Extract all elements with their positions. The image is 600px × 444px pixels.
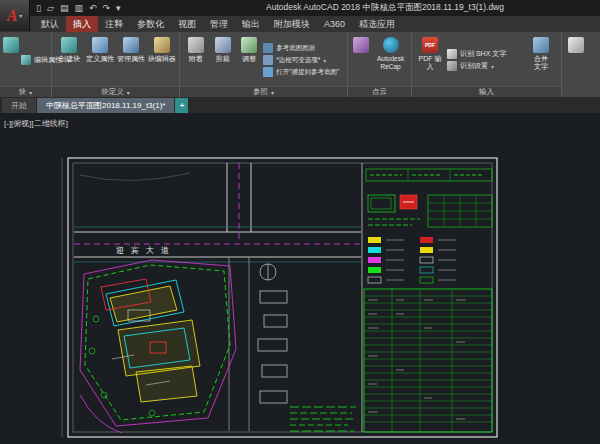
open-file-icon[interactable]: ▱: [47, 4, 54, 13]
building-cluster[interactable]: [89, 279, 200, 416]
block-editor-icon: [154, 37, 170, 53]
autocad-logo: A: [7, 7, 18, 25]
create-block-label: 创建块: [59, 55, 80, 63]
snap-to-underlay-icon: [263, 67, 273, 77]
ribbon-tab-addins[interactable]: 附加模块: [267, 16, 317, 32]
ribbon-tab-parametric[interactable]: 参数化: [130, 16, 171, 32]
existing-buildings[interactable]: [258, 264, 287, 403]
frames-label: *边框可变选项*: [276, 56, 320, 65]
file-tab-start[interactable]: 开始: [2, 98, 36, 113]
panel-block-definition: 创建块 定义属性 管理属性 块编辑器 块定义 ▾: [52, 32, 180, 97]
ribbon-tab-manage[interactable]: 管理: [203, 16, 235, 32]
pdf-import-button[interactable]: PDF PDF 输入: [415, 34, 445, 86]
frames-dropdown[interactable]: *边框可变选项* ▾: [263, 55, 344, 65]
title-bar: A ▾ ▯ ▱ ▤ ▥ ↶ ↷ ▾ Autodesk AutoCAD 2018 …: [0, 0, 600, 16]
ribbon-tab-bar: 默认 插入 注释 参数化 视图 管理 输出 附加模块 A360 精选应用: [0, 16, 600, 32]
snap-to-underlay-button[interactable]: 打开"捕捉到参考底图": [263, 67, 344, 77]
new-file-icon[interactable]: ▯: [36, 4, 41, 13]
combine-text-button[interactable]: 合并文字: [529, 34, 553, 86]
clip-button[interactable]: 剪裁: [210, 34, 234, 86]
chevron-down-icon: ▾: [323, 57, 326, 64]
schedule-table[interactable]: [364, 289, 492, 432]
panel-point-cloud-title: 点云: [372, 87, 387, 97]
pdf-icon: PDF: [422, 37, 438, 53]
adjust-label: 调整: [242, 55, 256, 63]
panel-label-block-definition[interactable]: 块定义 ▾: [52, 86, 179, 97]
panel-label-import[interactable]: 输入: [412, 86, 561, 97]
window-title: Autodesk AutoCAD 2018 中陕核总平面图2018.11.19_…: [170, 2, 600, 14]
application-menu-button[interactable]: A ▾: [0, 0, 30, 31]
combine-text-label: 合并文字: [533, 55, 549, 72]
ribbon-tab-featured-apps[interactable]: 精选应用: [352, 16, 402, 32]
recognition-settings-button[interactable]: 识别设置 ▾: [447, 61, 527, 71]
panel-label-block[interactable]: 块 ▾: [0, 86, 51, 97]
create-block-button[interactable]: 创建块: [55, 34, 84, 86]
boundary-curve[interactable]: [80, 395, 122, 433]
qat-menu-icon[interactable]: ▾: [116, 4, 121, 13]
road-label: 迎宾大道: [116, 246, 176, 255]
save-icon[interactable]: ▤: [60, 4, 69, 13]
underlay-layers-icon: [263, 43, 273, 53]
file-tab-bar: 开始 中陕核总平面图2018.11.19_t3(1)* +: [0, 97, 600, 113]
frames-icon: [263, 55, 273, 65]
legend[interactable]: [368, 237, 456, 283]
define-attributes-icon: [92, 37, 108, 53]
new-drawing-tab-button[interactable]: +: [175, 98, 188, 113]
ribbon-tab-insert[interactable]: 插入: [66, 16, 98, 32]
panel-expand-icon: ▾: [29, 89, 32, 96]
undo-icon[interactable]: ↶: [89, 4, 97, 13]
recognize-shx-text-button[interactable]: 识别 SHX 文字: [447, 49, 527, 59]
panel-block-title: 块: [19, 87, 27, 97]
panel-import-title: 输入: [479, 87, 494, 97]
insert-block-icon: [3, 37, 19, 53]
drawing-canvas[interactable]: [-][俯视][二维线框]: [0, 113, 600, 444]
ribbon-tab-a360[interactable]: A360: [317, 16, 352, 32]
autodesk-recap-button[interactable]: Autodesk ReCap: [373, 34, 408, 86]
panel-import: PDF PDF 输入 识别 SHX 文字 识别设置 ▾: [412, 32, 562, 97]
adjust-button[interactable]: 调整: [237, 34, 261, 86]
panel-block-definition-title: 块定义: [101, 87, 124, 97]
contour-line[interactable]: [80, 173, 190, 181]
combine-text-icon: [533, 37, 549, 53]
ribbon-tab-annotate[interactable]: 注释: [98, 16, 130, 32]
point-cloud-attach-icon: [353, 37, 369, 53]
block-editor-label: 块编辑器: [148, 55, 176, 63]
manage-attributes-button[interactable]: 管理属性: [117, 34, 146, 86]
clip-icon: [215, 37, 231, 53]
create-block-icon: [61, 37, 77, 53]
redo-icon[interactable]: ↷: [102, 4, 110, 13]
underlay-layers-button[interactable]: 参考底图图层: [263, 43, 344, 53]
pdf-import-label: PDF 输入: [418, 55, 442, 72]
point-cloud-attach-button[interactable]: [351, 34, 371, 86]
attach-label: 附着: [189, 55, 203, 63]
title-block[interactable]: [366, 169, 492, 227]
recap-icon: [383, 37, 399, 53]
file-tab-document[interactable]: 中陕核总平面图2018.11.19_t3(1)*: [37, 98, 174, 113]
panel-expand-icon: ▾: [127, 89, 130, 96]
ribbon-tab-output[interactable]: 输出: [235, 16, 267, 32]
notes-text-block[interactable]: [290, 407, 356, 431]
autocad-window: A ▾ ▯ ▱ ▤ ▥ ↶ ↷ ▾ Autodesk AutoCAD 2018 …: [0, 0, 600, 444]
plot-icon[interactable]: ▥: [74, 4, 83, 13]
underlay-layers-label: 参考底图图层: [276, 44, 315, 53]
insert-block-button[interactable]: [3, 34, 19, 86]
panel-block: 编辑属性 ▾ 块 ▾: [0, 32, 52, 97]
attach-button[interactable]: 附着: [183, 34, 208, 86]
clipped-panel-icon: [568, 37, 584, 53]
ribbon-tab-default[interactable]: 默认: [34, 16, 66, 32]
manage-attributes-label: 管理属性: [117, 55, 145, 63]
chevron-down-icon: ▾: [491, 63, 494, 70]
adjust-icon: [241, 37, 257, 53]
viewport-controls[interactable]: [-][俯视][二维线框]: [4, 118, 68, 129]
drawing-svg[interactable]: 迎宾大道: [0, 113, 600, 444]
recognition-settings-label: 识别设置: [460, 61, 488, 71]
recognize-shx-label: 识别 SHX 文字: [460, 49, 506, 59]
panel-reference: 附着 剪裁 调整 参考底图图层 *边框可变: [180, 32, 348, 97]
define-attributes-button[interactable]: 定义属性: [86, 34, 115, 86]
manage-attributes-icon: [123, 37, 139, 53]
recognize-shx-icon: [447, 49, 457, 59]
panel-label-point-cloud[interactable]: 点云: [348, 86, 411, 97]
block-editor-button[interactable]: 块编辑器: [147, 34, 176, 86]
panel-label-reference[interactable]: 参照 ▾: [180, 86, 347, 97]
ribbon-tab-view[interactable]: 视图: [171, 16, 203, 32]
